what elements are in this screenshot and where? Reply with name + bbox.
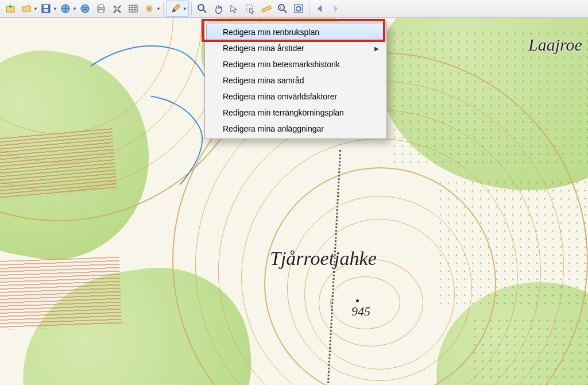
menu-item-label: Redigera mina omvärldsfaktorer (223, 92, 337, 101)
layer-globe-dropdown-icon[interactable]: ▼ (72, 6, 77, 11)
menu-item-betesmarkshistorik[interactable]: Redigera min betesmarkshistorik (207, 56, 385, 72)
map-spot-height: 945 (351, 304, 370, 319)
main-toolbar: ▼ ▼ ▼ ▼ ▼ i (0, 0, 588, 18)
edit-dropdown-menu: Redigera min renbruksplan Redigera mina … (204, 22, 387, 139)
menu-item-anlaggningar[interactable]: Redigera mina anläggningar (207, 121, 385, 137)
save-button[interactable] (38, 1, 53, 16)
svg-rect-12 (129, 5, 137, 12)
toolbar-separator (191, 2, 192, 15)
map-label-main: Tjårroetjahke (270, 248, 377, 270)
edit-tool-group: ▼ (166, 1, 189, 17)
menu-item-label: Redigera mina samråd (223, 76, 304, 85)
svg-point-19 (198, 5, 204, 10)
svg-rect-9 (99, 5, 103, 7)
edit-dropdown-icon[interactable]: ▼ (183, 6, 187, 11)
toolbar-separator (309, 2, 310, 15)
menu-item-omvarldsfaktorer[interactable]: Redigera mina omvärldsfaktorer (207, 88, 385, 105)
tools-button[interactable] (142, 1, 157, 16)
select-rect-button[interactable] (243, 1, 258, 16)
attribute-table-button[interactable] (126, 1, 141, 16)
menu-item-label: Redigera mina anläggningar (223, 124, 324, 133)
tools-dropdown-icon[interactable]: ▼ (156, 6, 161, 11)
print-button[interactable] (94, 1, 109, 16)
map-wetland (0, 257, 122, 331)
svg-point-11 (115, 7, 119, 10)
svg-rect-5 (44, 9, 48, 12)
settings-button[interactable] (110, 1, 125, 16)
menu-item-label: Redigera min renbruksplan (223, 28, 319, 37)
svg-rect-10 (99, 10, 103, 13)
menu-item-renbruksplan[interactable]: Redigera min renbruksplan (206, 24, 385, 41)
open-button[interactable] (19, 1, 34, 16)
zoom-button[interactable] (195, 1, 210, 16)
svg-point-18 (148, 7, 150, 10)
svg-point-7 (81, 5, 89, 13)
svg-line-24 (284, 10, 287, 13)
edit-pencil-button[interactable] (168, 1, 183, 16)
menu-item-arstider[interactable]: Redigera mina årstider (207, 40, 385, 56)
select-point-button[interactable] (227, 1, 242, 16)
menu-item-label: Redigera min terrängkörningsplan (223, 108, 344, 117)
menu-item-samrad[interactable]: Redigera mina samråd (207, 72, 385, 88)
svg-text:i: i (280, 5, 281, 10)
nav-back-button[interactable] (312, 1, 327, 16)
svg-rect-22 (262, 6, 272, 12)
globe-button[interactable] (78, 1, 92, 16)
map-label-north: Laajroe (528, 35, 582, 55)
svg-point-23 (278, 5, 284, 10)
pan-button[interactable] (211, 1, 226, 16)
refresh-button[interactable] (291, 1, 306, 16)
map-contour (330, 276, 400, 329)
menu-item-terrangkorningsplan[interactable]: Redigera min terrängkörningsplan (207, 105, 385, 121)
map-spot-height-dot (356, 299, 359, 302)
menu-item-label: Redigera min betesmarkshistorik (223, 60, 340, 69)
svg-line-20 (203, 10, 206, 13)
nav-forward-button[interactable] (328, 1, 343, 16)
save-dropdown-icon[interactable]: ▼ (53, 6, 57, 11)
layer-globe-button[interactable] (58, 1, 73, 16)
add-layer-button[interactable] (3, 1, 18, 16)
svg-rect-4 (44, 5, 48, 8)
identify-button[interactable]: i (275, 1, 290, 16)
open-dropdown-icon[interactable]: ▼ (33, 6, 38, 11)
toolbar-separator (163, 2, 164, 15)
menu-item-label: Redigera mina årstider (223, 44, 304, 53)
measure-button[interactable] (259, 1, 274, 16)
